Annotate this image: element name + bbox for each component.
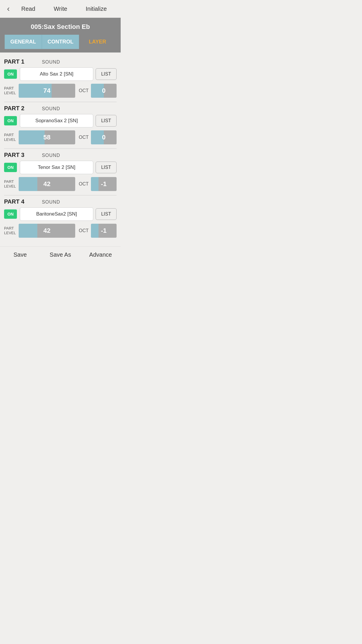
part-1-level-slider[interactable]: 74 <box>19 84 75 98</box>
part-4-name: PART 4 <box>4 198 24 205</box>
part-section-4: PART 4 SOUND ON BaritoneSax2 [SN] LIST P… <box>4 198 117 242</box>
part-3-sound-name[interactable]: Tenor Sax 2 [SN] <box>20 161 93 174</box>
tab-layer[interactable]: LAYER <box>79 35 116 49</box>
part-4-header: PART 4 SOUND <box>4 198 117 205</box>
part-4-on-badge[interactable]: ON <box>4 209 17 219</box>
part-2-level-label: PARTLEVEL <box>4 133 19 142</box>
part-3-header: PART 3 SOUND <box>4 152 117 158</box>
part-2-on-badge[interactable]: ON <box>4 116 17 125</box>
initialize-button[interactable]: Initialize <box>86 6 107 12</box>
advance-button[interactable]: Advance <box>80 251 121 258</box>
part-3-oct-value: -1 <box>91 180 117 188</box>
part-1-oct-value: 0 <box>91 87 117 94</box>
part-4-level-row: PARTLEVEL 42 OCT -1 <box>4 224 117 238</box>
part-2-sound-row: ON SopranoSax 2 [SN] LIST <box>4 114 117 127</box>
part-4-list-button[interactable]: LIST <box>96 208 117 220</box>
save-button[interactable]: Save <box>0 251 40 258</box>
part-1-oct-control[interactable]: 0 <box>91 84 117 98</box>
patch-title: 005:Sax Section Eb <box>5 23 116 31</box>
top-nav: ‹ Read Write Initialize <box>0 0 121 18</box>
part-3-level-value: 42 <box>19 180 75 188</box>
part-2-oct-label: OCT <box>79 135 89 140</box>
tab-general[interactable]: GENERAL <box>5 35 42 49</box>
part-2-list-button[interactable]: LIST <box>96 115 117 127</box>
part-4-oct-control[interactable]: -1 <box>91 224 117 238</box>
part-4-level-slider[interactable]: 42 <box>19 224 75 238</box>
read-button[interactable]: Read <box>21 6 35 12</box>
part-3-oct-control[interactable]: -1 <box>91 177 117 191</box>
part-3-list-button[interactable]: LIST <box>96 162 117 173</box>
part-3-on-badge[interactable]: ON <box>4 163 17 172</box>
nav-actions: Read Write Initialize <box>12 6 116 12</box>
part-1-sound-name[interactable]: Alto Sax 2 [SN] <box>20 67 93 81</box>
tab-control[interactable]: CONTROL <box>42 35 79 49</box>
part-4-level-value: 42 <box>19 227 75 235</box>
part-section-3: PART 3 SOUND ON Tenor Sax 2 [SN] LIST PA… <box>4 152 117 195</box>
part-3-sound-label: SOUND <box>42 153 60 158</box>
bottom-bar: Save Save As Advance <box>0 246 121 263</box>
part-1-on-badge[interactable]: ON <box>4 69 17 79</box>
part-1-level-row: PARTLEVEL 74 OCT 0 <box>4 84 117 98</box>
part-3-level-row: PARTLEVEL 42 OCT -1 <box>4 177 117 191</box>
part-4-oct-label: OCT <box>79 228 89 233</box>
back-button[interactable]: ‹ <box>5 4 12 13</box>
part-2-name: PART 2 <box>4 105 24 112</box>
save-as-button[interactable]: Save As <box>40 251 80 258</box>
part-4-oct-value: -1 <box>91 227 117 235</box>
part-3-level-label: PARTLEVEL <box>4 179 19 188</box>
part-2-oct-value: 0 <box>91 134 117 141</box>
part-1-header: PART 1 SOUND <box>4 58 117 65</box>
part-4-sound-row: ON BaritoneSax2 [SN] LIST <box>4 207 117 221</box>
part-2-level-value: 58 <box>19 134 75 141</box>
part-2-sound-name[interactable]: SopranoSax 2 [SN] <box>20 114 93 127</box>
part-1-name: PART 1 <box>4 58 24 65</box>
part-2-sound-label: SOUND <box>42 106 60 111</box>
part-1-level-label: PARTLEVEL <box>4 86 19 95</box>
part-1-list-button[interactable]: LIST <box>96 68 117 80</box>
part-3-oct-label: OCT <box>79 181 89 187</box>
part-3-name: PART 3 <box>4 152 24 158</box>
tabs: GENERAL CONTROL LAYER <box>5 35 116 49</box>
part-2-level-slider[interactable]: 58 <box>19 130 75 144</box>
part-section-1: PART 1 SOUND ON Alto Sax 2 [SN] LIST PAR… <box>4 58 117 102</box>
content-area: PART 1 SOUND ON Alto Sax 2 [SN] LIST PAR… <box>0 52 121 246</box>
part-2-oct-control[interactable]: 0 <box>91 130 117 144</box>
part-1-level-value: 74 <box>19 87 75 94</box>
part-1-oct-label: OCT <box>79 88 89 93</box>
part-2-level-row: PARTLEVEL 58 OCT 0 <box>4 130 117 144</box>
part-section-2: PART 2 SOUND ON SopranoSax 2 [SN] LIST P… <box>4 105 117 149</box>
part-1-sound-row: ON Alto Sax 2 [SN] LIST <box>4 67 117 81</box>
header: 005:Sax Section Eb GENERAL CONTROL LAYER <box>0 18 121 52</box>
part-3-level-slider[interactable]: 42 <box>19 177 75 191</box>
part-1-sound-label: SOUND <box>42 60 60 65</box>
write-button[interactable]: Write <box>54 6 67 12</box>
part-2-header: PART 2 SOUND <box>4 105 117 112</box>
part-4-sound-name[interactable]: BaritoneSax2 [SN] <box>20 207 93 221</box>
part-4-level-label: PARTLEVEL <box>4 226 19 235</box>
part-3-sound-row: ON Tenor Sax 2 [SN] LIST <box>4 161 117 174</box>
part-4-sound-label: SOUND <box>42 200 60 205</box>
